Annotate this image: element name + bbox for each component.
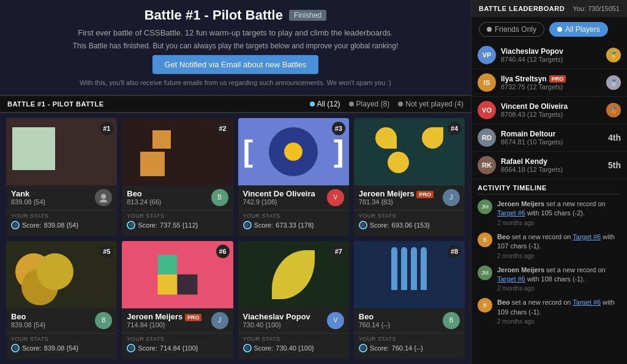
sidebar-you: You: 730/15051 <box>573 5 620 12</box>
lb-rank-2: 🥈 <box>606 75 621 90</box>
target-info-5: Beo 839.08 {54} B <box>6 308 117 333</box>
preview-shape-4c <box>388 152 409 173</box>
sidebar: BATTLE LEADERBOARD You: 730/15051 Friend… <box>471 0 627 364</box>
target-avatar-6: J <box>211 312 228 329</box>
activity-title: ACTIVITY TIMELINE <box>478 184 621 195</box>
stats-row-1: ◎ Score: 839.08 {54} <box>11 221 112 229</box>
target-name-4: Jeroen Meijers PRO <box>359 189 434 198</box>
target-avatar-4: J <box>443 189 460 206</box>
target-number-5: #5 <box>100 245 113 258</box>
notify-button[interactable]: Get Notified via Email about new Battles <box>152 55 319 74</box>
lb-rank-1: 🥇 <box>606 48 621 62</box>
email-notice: With this, you'll also receive future em… <box>12 79 459 86</box>
target-name-3: Vincent De Oliveira <box>243 189 315 198</box>
tab-all-label: All (12) <box>317 100 340 108</box>
stats-row-4: ◎ Score: 693.06 {153} <box>359 221 460 229</box>
lb-avatar-5: RK <box>478 156 496 174</box>
stats-score-val-4: 693.06 {153} <box>392 221 430 229</box>
activity-content-3: Jeroen Meijers set a new record on Targe… <box>497 266 621 292</box>
stats-row-3: ◎ Score: 673.33 {178} <box>243 221 344 229</box>
activity-item-4: B Beo set a new record on Target #6 with… <box>478 298 621 325</box>
tab-all-dot <box>310 102 315 106</box>
target-info-6: Jeroen Meijers PRO 714.84 {100} J <box>122 308 233 333</box>
activity-link-4[interactable]: Target #6 <box>573 299 601 306</box>
target-score-2: 813.24 {66} <box>127 198 161 206</box>
your-stats-2: YOUR STATS ◎ Score: 737.55 {112} <box>122 210 233 233</box>
leaf-shape <box>272 250 315 299</box>
target-number-3: #3 <box>332 122 345 135</box>
target-info-2: Beo 813.24 {66} B <box>122 185 233 210</box>
activity-item-1: JM Jeroen Meijers set a new record on Ta… <box>478 199 621 226</box>
target-card-3[interactable]: [ ] #3 Vincent De Oliveira 742.9 {108} V… <box>238 118 349 236</box>
target-info-4: Jeroen Meijers PRO 781.34 {83} J <box>354 185 465 210</box>
activity-time-4: 2 months ago <box>497 318 621 325</box>
lb-entry-1[interactable]: VP Viacheslav Popov 8740.44 (12 Targets)… <box>471 42 627 69</box>
title-text: Battle #1 - Pilot Battle <box>145 7 283 23</box>
activity-text-3: Jeroen Meijers set a new record on Targe… <box>497 266 621 284</box>
lb-rank-5: 5th <box>608 160 621 170</box>
activity-avatar-2: B <box>478 232 492 247</box>
activity-section: ACTIVITY TIMELINE JM Jeroen Meijers set … <box>471 179 627 364</box>
friends-only-button[interactable]: Friends Only <box>479 22 544 37</box>
lb-rank-3: 🥉 <box>606 103 621 117</box>
preview-shape-2b <box>140 152 165 176</box>
activity-link-1[interactable]: Target #6 <box>497 209 525 217</box>
target-avatar-7: V <box>327 312 344 329</box>
lb-entry-3[interactable]: VO Vincent De Oliveira 8708.43 (12 Targe… <box>471 97 627 124</box>
pro-badge-6: PRO <box>185 314 202 321</box>
target-name-8: Beo <box>359 312 390 321</box>
score-icon: ◎ <box>11 221 20 229</box>
target-name-5: Beo <box>11 312 45 321</box>
lb-name-2: Ilya Streltsyn PRO <box>501 75 601 83</box>
activity-item-2: B Beo set a new record on Target #6 with… <box>478 232 621 259</box>
your-stats-1: YOUR STATS ◎ Score: 839.08 {54} <box>6 210 117 233</box>
activity-user-1: Jeroen Meijers <box>497 200 544 207</box>
target-name-6: Jeroen Meijers PRO <box>127 312 201 321</box>
target-card-5[interactable]: #5 Beo 839.08 {54} B YOUR STATS ◎ Score:… <box>6 241 117 359</box>
activity-text-2: Beo set a new record on Target #6 with 1… <box>497 232 621 251</box>
activity-text-1: Jeroen Meijers set a new record on Targe… <box>497 199 621 218</box>
activity-link-2[interactable]: Target #6 <box>573 233 601 240</box>
target-card-4[interactable]: #4 Jeroen Meijers PRO 781.34 {83} J YOUR… <box>354 118 465 236</box>
lb-entry-4[interactable]: RD Romain Deltour 8674.81 (10 Targets) 4… <box>471 124 627 152</box>
target-card-8[interactable]: #8 Beo 760.14 {--} B YOUR STATS ◎ Score:… <box>354 241 465 359</box>
target-preview-7: #7 <box>238 241 349 308</box>
target-number-1: #1 <box>100 122 113 135</box>
all-players-button[interactable]: All Players <box>549 22 608 37</box>
pro-badge-lb2: PRO <box>549 75 566 83</box>
activity-avatar-1: JM <box>478 199 492 214</box>
target-card-6[interactable]: #6 Jeroen Meijers PRO 714.84 {100} J YOU… <box>122 241 233 359</box>
lb-rank-4: 4th <box>608 133 621 143</box>
target-number-8: #8 <box>448 245 461 258</box>
target-card-7[interactable]: #7 Viacheslav Popov 730.40 {100} V YOUR … <box>238 241 349 359</box>
target-avatar-1 <box>95 189 112 206</box>
target-preview-5: #5 <box>6 241 117 308</box>
tab-not-played[interactable]: Not yet played (4) <box>398 100 464 108</box>
tab-all[interactable]: All (12) <box>310 100 340 108</box>
lb-entry-5[interactable]: RK Rafael Kendy 8664.18 (12 Targets) 5th <box>471 152 627 179</box>
lb-name-4: Romain Deltour <box>501 130 603 138</box>
lb-score-3: 8708.43 (12 Targets) <box>501 111 601 118</box>
page-title: Battle #1 - Pilot Battle Finished <box>12 7 459 23</box>
lb-avatar-3: VO <box>478 101 496 119</box>
lb-entry-2[interactable]: IS Ilya Streltsyn PRO 8732.75 (12 Target… <box>471 69 627 97</box>
target-card-1[interactable]: #1 Yank 839.08 {54} YOUR STATS ◎ Score: … <box>6 118 117 236</box>
target-score-3: 742.9 {108} <box>243 198 315 206</box>
stats-row-7: ◎ Score: 730.40 {100} <box>243 344 344 352</box>
target-name-2: Beo <box>127 189 161 198</box>
target-card-2[interactable]: #2 Beo 813.24 {66} B YOUR STATS ◎ Score:… <box>122 118 233 236</box>
leaderboard-toggle: Friends Only All Players <box>471 17 627 42</box>
sidebar-title: BATTLE LEADERBOARD <box>479 5 565 12</box>
target-info-1: Yank 839.08 {54} <box>6 185 117 210</box>
lb-score-4: 8674.81 (10 Targets) <box>501 138 603 146</box>
activity-content-4: Beo set a new record on Target #6 with 1… <box>497 298 621 325</box>
main-content: Battle #1 - Pilot Battle Finished First … <box>0 0 471 364</box>
activity-link-3[interactable]: Target #6 <box>497 275 525 283</box>
target-preview-8: #8 <box>354 241 465 308</box>
sidebar-header: BATTLE LEADERBOARD You: 730/15051 <box>471 0 627 17</box>
target-info-8: Beo 760.14 {--} B <box>354 308 465 333</box>
tab-played[interactable]: Played (8) <box>349 100 390 108</box>
stats-row-6: ◎ Score: 714.84 {100} <box>127 344 228 352</box>
target-preview-4: #4 <box>354 118 465 185</box>
stats-score-val-3: 673.33 {178} <box>276 221 314 229</box>
